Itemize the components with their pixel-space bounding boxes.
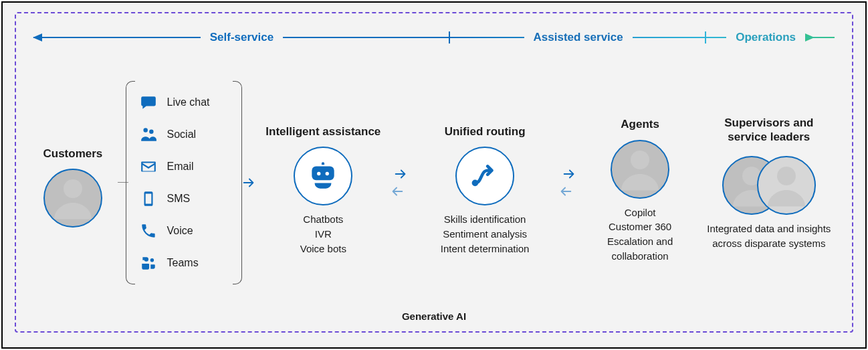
- channel-label: Live chat: [167, 96, 210, 108]
- list-item: Escalation and collaboration: [588, 234, 693, 264]
- channel-voice: Voice: [139, 222, 234, 240]
- routing-icon: [455, 147, 514, 205]
- supervisor-avatar-2: [757, 156, 816, 215]
- sms-icon: [139, 189, 158, 208]
- dashed-container: Self-service Assisted service Operations…: [15, 12, 853, 333]
- generative-ai-footer: Generative AI: [33, 309, 835, 322]
- bracket-right: [233, 81, 242, 284]
- channel-label: Social: [167, 128, 197, 141]
- agents-items: Copilot Customer 360 Escalation and coll…: [588, 205, 693, 264]
- email-icon: [139, 157, 158, 176]
- channel-label: Email: [167, 161, 194, 173]
- diagram-frame: Self-service Assisted service Operations…: [1, 1, 867, 349]
- supervisors-title: Supervisors and service leaders: [703, 114, 835, 144]
- supervisors-column: Supervisors and service leaders Integrat…: [703, 114, 835, 251]
- channel-sms: SMS: [139, 189, 234, 208]
- bidirectional-arrow: [556, 167, 582, 199]
- social-icon: [139, 125, 158, 144]
- channel-label: SMS: [167, 193, 191, 205]
- list-item: Chatbots: [300, 212, 346, 227]
- agents-column: Agents Copilot Customer 360 Escalation a…: [588, 102, 693, 264]
- channel-label: Voice: [167, 225, 193, 237]
- chat-icon: [139, 93, 158, 112]
- customers-title: Customers: [43, 131, 103, 161]
- channel-social: Social: [139, 125, 234, 144]
- timeline-label-assisted: Assisted service: [524, 31, 633, 44]
- teams-icon: [139, 254, 158, 272]
- channel-email: Email: [139, 157, 234, 176]
- list-item: IVR: [300, 227, 346, 242]
- agent-avatar: [611, 140, 669, 199]
- timeline-label-self-service: Self-service: [201, 31, 283, 44]
- intelligent-assistance-title: Intelligent assistance: [265, 109, 381, 139]
- unified-routing-items: Skills identification Sentiment analysis…: [441, 212, 530, 256]
- channel-live-chat: Live chat: [139, 93, 234, 112]
- channel-label: Teams: [167, 257, 199, 269]
- intelligent-assistance-column: Intelligent assistance Chatbots IVR Voic…: [264, 109, 383, 256]
- supervisors-desc: Integrated data and insights across disp…: [703, 222, 835, 251]
- bot-icon: [294, 147, 352, 205]
- agents-title: Agents: [621, 102, 659, 132]
- flow-arrow-right: [239, 175, 259, 190]
- unified-routing-title: Unified routing: [445, 109, 526, 139]
- bidirectional-arrow: [388, 167, 414, 199]
- supervisors-avatars: [722, 152, 816, 215]
- channel-teams: Teams: [139, 254, 234, 272]
- voice-icon: [139, 222, 158, 240]
- list-item: Intent determination: [441, 242, 530, 256]
- timeline: Self-service Assisted service Operations: [33, 25, 835, 50]
- flow-row: Customers Live chat Social: [33, 50, 835, 309]
- list-item: Copilot: [588, 205, 693, 220]
- list-item: Sentiment analysis: [441, 227, 530, 242]
- intelligent-assistance-items: Chatbots IVR Voice bots: [300, 212, 346, 256]
- timeline-label-operations: Operations: [726, 31, 805, 44]
- list-item: Skills identification: [441, 212, 530, 227]
- list-item: Voice bots: [300, 242, 346, 256]
- channels-column: Live chat Social Email SMS: [134, 81, 234, 284]
- list-item: Customer 360: [588, 220, 693, 234]
- unified-routing-column: Unified routing Skills identification Se…: [419, 109, 550, 256]
- customers-column: Customers: [33, 131, 112, 234]
- customer-avatar: [43, 169, 102, 228]
